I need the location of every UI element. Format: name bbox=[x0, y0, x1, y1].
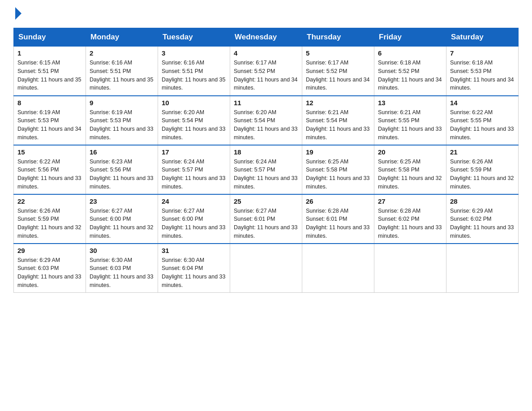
week-row-3: 15Sunrise: 6:22 AMSunset: 5:56 PMDayligh… bbox=[14, 145, 519, 194]
day-info: Sunrise: 6:28 AMSunset: 6:01 PMDaylight:… bbox=[306, 207, 370, 240]
header-row: SundayMondayTuesdayWednesdayThursdayFrid… bbox=[14, 28, 519, 47]
day-info: Sunrise: 6:18 AMSunset: 5:53 PMDaylight:… bbox=[450, 59, 515, 92]
calendar-cell: 17Sunrise: 6:24 AMSunset: 5:57 PMDayligh… bbox=[158, 145, 230, 194]
day-number: 23 bbox=[90, 197, 154, 205]
day-info: Sunrise: 6:24 AMSunset: 5:57 PMDaylight:… bbox=[162, 158, 226, 191]
day-info: Sunrise: 6:26 AMSunset: 5:59 PMDaylight:… bbox=[450, 158, 515, 191]
day-number: 5 bbox=[306, 49, 370, 57]
day-number: 28 bbox=[450, 197, 515, 205]
day-info: Sunrise: 6:19 AMSunset: 5:53 PMDaylight:… bbox=[90, 108, 154, 142]
day-info: Sunrise: 6:22 AMSunset: 5:55 PMDaylight:… bbox=[450, 108, 515, 142]
day-number: 1 bbox=[17, 49, 82, 57]
day-number: 29 bbox=[17, 247, 82, 254]
logo bbox=[13, 9, 21, 20]
day-number: 7 bbox=[450, 49, 515, 57]
day-info: Sunrise: 6:21 AMSunset: 5:54 PMDaylight:… bbox=[306, 108, 370, 142]
day-number: 21 bbox=[450, 148, 515, 156]
calendar-cell: 25Sunrise: 6:27 AMSunset: 6:01 PMDayligh… bbox=[230, 194, 302, 244]
day-info: Sunrise: 6:20 AMSunset: 5:54 PMDaylight:… bbox=[234, 108, 298, 142]
day-info: Sunrise: 6:30 AMSunset: 6:03 PMDaylight:… bbox=[90, 256, 154, 290]
calendar-cell: 3Sunrise: 6:16 AMSunset: 5:51 PMDaylight… bbox=[158, 47, 230, 96]
calendar-header: SundayMondayTuesdayWednesdayThursdayFrid… bbox=[14, 28, 519, 47]
day-info: Sunrise: 6:27 AMSunset: 6:00 PMDaylight:… bbox=[162, 207, 226, 240]
calendar-cell: 6Sunrise: 6:18 AMSunset: 5:52 PMDaylight… bbox=[374, 47, 446, 96]
calendar-cell: 30Sunrise: 6:30 AMSunset: 6:03 PMDayligh… bbox=[86, 244, 158, 293]
day-info: Sunrise: 6:17 AMSunset: 5:52 PMDaylight:… bbox=[234, 59, 298, 92]
day-number: 31 bbox=[162, 247, 226, 254]
day-info: Sunrise: 6:23 AMSunset: 5:56 PMDaylight:… bbox=[90, 158, 154, 191]
week-row-1: 1Sunrise: 6:15 AMSunset: 5:51 PMDaylight… bbox=[14, 47, 519, 96]
day-info: Sunrise: 6:28 AMSunset: 6:02 PMDaylight:… bbox=[378, 207, 442, 240]
day-info: Sunrise: 6:29 AMSunset: 6:03 PMDaylight:… bbox=[17, 256, 82, 290]
day-info: Sunrise: 6:16 AMSunset: 5:51 PMDaylight:… bbox=[90, 59, 154, 92]
calendar-cell: 18Sunrise: 6:24 AMSunset: 5:57 PMDayligh… bbox=[230, 145, 302, 194]
day-number: 14 bbox=[450, 99, 515, 107]
calendar-cell: 1Sunrise: 6:15 AMSunset: 5:51 PMDaylight… bbox=[14, 47, 86, 96]
header-cell-thursday: Thursday bbox=[302, 28, 374, 47]
day-info: Sunrise: 6:18 AMSunset: 5:52 PMDaylight:… bbox=[378, 59, 442, 92]
day-number: 25 bbox=[234, 197, 298, 205]
header-cell-saturday: Saturday bbox=[446, 28, 519, 47]
day-info: Sunrise: 6:16 AMSunset: 5:51 PMDaylight:… bbox=[162, 59, 226, 92]
day-info: Sunrise: 6:25 AMSunset: 5:58 PMDaylight:… bbox=[378, 158, 442, 191]
day-info: Sunrise: 6:25 AMSunset: 5:58 PMDaylight:… bbox=[306, 158, 370, 191]
day-number: 30 bbox=[90, 247, 154, 254]
calendar-cell: 26Sunrise: 6:28 AMSunset: 6:01 PMDayligh… bbox=[302, 194, 374, 244]
calendar-cell: 23Sunrise: 6:27 AMSunset: 6:00 PMDayligh… bbox=[86, 194, 158, 244]
day-number: 16 bbox=[90, 148, 154, 156]
day-info: Sunrise: 6:22 AMSunset: 5:56 PMDaylight:… bbox=[17, 158, 82, 191]
calendar-cell bbox=[374, 244, 446, 293]
calendar-cell: 29Sunrise: 6:29 AMSunset: 6:03 PMDayligh… bbox=[14, 244, 86, 293]
week-row-5: 29Sunrise: 6:29 AMSunset: 6:03 PMDayligh… bbox=[14, 244, 519, 293]
calendar-body: 1Sunrise: 6:15 AMSunset: 5:51 PMDaylight… bbox=[14, 47, 519, 293]
day-info: Sunrise: 6:20 AMSunset: 5:54 PMDaylight:… bbox=[162, 108, 226, 142]
calendar-table: SundayMondayTuesdayWednesdayThursdayFrid… bbox=[13, 28, 519, 293]
calendar-cell: 12Sunrise: 6:21 AMSunset: 5:54 PMDayligh… bbox=[302, 96, 374, 145]
day-info: Sunrise: 6:29 AMSunset: 6:02 PMDaylight:… bbox=[450, 207, 515, 240]
day-info: Sunrise: 6:27 AMSunset: 6:00 PMDaylight:… bbox=[90, 207, 154, 240]
day-number: 24 bbox=[162, 197, 226, 205]
header-cell-friday: Friday bbox=[374, 28, 446, 47]
day-info: Sunrise: 6:21 AMSunset: 5:55 PMDaylight:… bbox=[378, 108, 442, 142]
day-number: 19 bbox=[306, 148, 370, 156]
day-number: 8 bbox=[17, 99, 82, 107]
week-row-4: 22Sunrise: 6:26 AMSunset: 5:59 PMDayligh… bbox=[14, 194, 519, 244]
header-cell-sunday: Sunday bbox=[14, 28, 86, 47]
day-info: Sunrise: 6:26 AMSunset: 5:59 PMDaylight:… bbox=[17, 207, 82, 240]
calendar-cell: 31Sunrise: 6:30 AMSunset: 6:04 PMDayligh… bbox=[158, 244, 230, 293]
calendar-cell bbox=[302, 244, 374, 293]
day-number: 13 bbox=[378, 99, 442, 107]
week-row-2: 8Sunrise: 6:19 AMSunset: 5:53 PMDaylight… bbox=[14, 96, 519, 145]
calendar-cell: 2Sunrise: 6:16 AMSunset: 5:51 PMDaylight… bbox=[86, 47, 158, 96]
calendar-cell: 11Sunrise: 6:20 AMSunset: 5:54 PMDayligh… bbox=[230, 96, 302, 145]
calendar-cell: 24Sunrise: 6:27 AMSunset: 6:00 PMDayligh… bbox=[158, 194, 230, 244]
day-number: 18 bbox=[234, 148, 298, 156]
day-info: Sunrise: 6:24 AMSunset: 5:57 PMDaylight:… bbox=[234, 158, 298, 191]
calendar-cell: 13Sunrise: 6:21 AMSunset: 5:55 PMDayligh… bbox=[374, 96, 446, 145]
header-cell-wednesday: Wednesday bbox=[230, 28, 302, 47]
day-number: 10 bbox=[162, 99, 226, 107]
day-info: Sunrise: 6:27 AMSunset: 6:01 PMDaylight:… bbox=[234, 207, 298, 240]
page-header bbox=[13, 9, 519, 20]
calendar-cell bbox=[230, 244, 302, 293]
day-number: 4 bbox=[234, 49, 298, 57]
calendar-cell: 16Sunrise: 6:23 AMSunset: 5:56 PMDayligh… bbox=[86, 145, 158, 194]
day-info: Sunrise: 6:30 AMSunset: 6:04 PMDaylight:… bbox=[162, 256, 226, 290]
day-number: 9 bbox=[90, 99, 154, 107]
day-number: 22 bbox=[17, 197, 82, 205]
calendar-cell: 4Sunrise: 6:17 AMSunset: 5:52 PMDaylight… bbox=[230, 47, 302, 96]
day-number: 15 bbox=[17, 148, 82, 156]
calendar-cell: 21Sunrise: 6:26 AMSunset: 5:59 PMDayligh… bbox=[446, 145, 519, 194]
day-number: 11 bbox=[234, 99, 298, 107]
header-cell-monday: Monday bbox=[86, 28, 158, 47]
calendar-cell: 7Sunrise: 6:18 AMSunset: 5:53 PMDaylight… bbox=[446, 47, 519, 96]
calendar-cell: 28Sunrise: 6:29 AMSunset: 6:02 PMDayligh… bbox=[446, 194, 519, 244]
day-number: 26 bbox=[306, 197, 370, 205]
calendar-cell: 19Sunrise: 6:25 AMSunset: 5:58 PMDayligh… bbox=[302, 145, 374, 194]
day-info: Sunrise: 6:17 AMSunset: 5:52 PMDaylight:… bbox=[306, 59, 370, 92]
calendar-cell: 10Sunrise: 6:20 AMSunset: 5:54 PMDayligh… bbox=[158, 96, 230, 145]
day-number: 20 bbox=[378, 148, 442, 156]
calendar-cell: 5Sunrise: 6:17 AMSunset: 5:52 PMDaylight… bbox=[302, 47, 374, 96]
calendar-cell: 27Sunrise: 6:28 AMSunset: 6:02 PMDayligh… bbox=[374, 194, 446, 244]
day-number: 6 bbox=[378, 49, 442, 57]
